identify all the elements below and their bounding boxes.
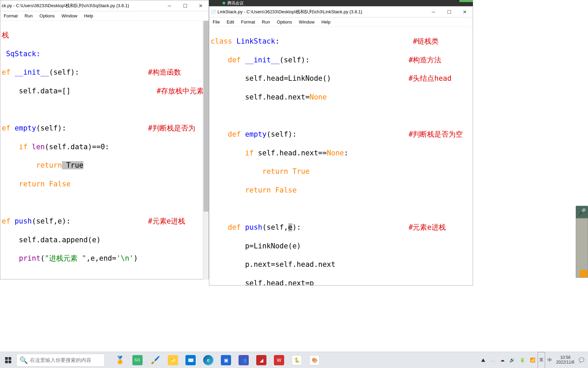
menu-edit[interactable]: Edit bbox=[223, 18, 238, 26]
idle-window-sqstack: ck.py - C:\Users\36233\Desktop\栈和队列\ch3\… bbox=[0, 0, 209, 279]
python-idle-icon[interactable]: 🐍 bbox=[289, 352, 305, 368]
scrollbar-vertical-left[interactable] bbox=[203, 21, 209, 280]
scrollbar-thumb[interactable] bbox=[203, 21, 209, 212]
medal-icon[interactable]: 🏅 bbox=[112, 352, 128, 368]
maximize-button[interactable]: ☐ bbox=[441, 6, 457, 17]
titlebar-right[interactable]: 📄 LinkStack.py - C:\Users\36233\Desktop\… bbox=[209, 6, 473, 17]
meeting-app-name: 腾讯会议 bbox=[227, 0, 244, 6]
menu-window[interactable]: Window bbox=[58, 12, 81, 20]
tray-chevron-up-icon[interactable] bbox=[479, 352, 488, 368]
taskbar-apps: 🏅 521 🖌️ 📁 ✉️ e ▣ 👥 ◢ W 🐍 🎨 bbox=[112, 352, 323, 368]
menu-file[interactable]: File bbox=[209, 18, 223, 26]
minimize-button[interactable]: ─ bbox=[426, 6, 441, 17]
explorer-icon[interactable]: 📁 bbox=[165, 352, 181, 368]
start-button[interactable] bbox=[0, 352, 16, 368]
cloud-icon[interactable]: ☁️ bbox=[488, 352, 498, 368]
search-icon: 🔍 bbox=[19, 356, 28, 364]
maximize-button[interactable]: ☐ bbox=[177, 0, 193, 11]
menu-help[interactable]: Help bbox=[318, 18, 334, 26]
window-title: LinkStack.py - C:\Users\36233\Desktop\栈和… bbox=[217, 9, 426, 15]
close-button[interactable]: ✕ bbox=[193, 0, 209, 11]
titlebar-left[interactable]: ck.py - C:\Users\36233\Desktop\栈和队列\ch3\… bbox=[0, 0, 209, 11]
taskbar-search[interactable]: 🔍 bbox=[16, 354, 105, 367]
avatar-icon bbox=[580, 270, 587, 277]
code-editor-left[interactable]: 栈 SqStack: ef __init__(self): #构造函数 self… bbox=[0, 21, 209, 279]
broom-icon[interactable]: 🖌️ bbox=[147, 352, 163, 368]
meeting-icon[interactable]: ▣ bbox=[218, 352, 234, 368]
taskbar: 🔍 🏅 521 🖌️ 📁 ✉️ e ▣ 👥 ◢ W 🐍 🎨 ☁️ ☁ 🔊 🔋 📶… bbox=[0, 352, 588, 368]
time-text: 10:58 bbox=[560, 355, 570, 360]
menu-run[interactable]: Run bbox=[21, 12, 36, 20]
ime-lang[interactable]: 英 bbox=[538, 352, 545, 368]
date-text: 2022/11/6 bbox=[556, 360, 574, 365]
meeting-overlay: 腾讯会议 bbox=[209, 0, 473, 6]
teams-icon[interactable]: 👥 bbox=[235, 352, 252, 368]
search-input[interactable] bbox=[30, 357, 102, 363]
menu-run[interactable]: Run bbox=[259, 18, 274, 26]
menu-format[interactable]: Format bbox=[0, 12, 21, 20]
menubar-right: File Edit Format Run Options Window Help bbox=[209, 17, 473, 27]
close-button[interactable]: ✕ bbox=[457, 6, 473, 17]
wifi-icon[interactable]: 📶 bbox=[527, 352, 538, 368]
app-red-icon[interactable]: ◢ bbox=[253, 352, 270, 368]
selection-e: e bbox=[288, 223, 293, 231]
calendar-521-icon[interactable]: 521 bbox=[129, 352, 146, 368]
menu-options[interactable]: Options bbox=[273, 18, 295, 26]
battery-icon[interactable]: 🔋 bbox=[517, 352, 527, 368]
idle-window-linkstack: 📄 LinkStack.py - C:\Users\36233\Desktop\… bbox=[209, 6, 473, 286]
onedrive-icon[interactable]: ☁ bbox=[498, 352, 507, 368]
menu-window[interactable]: Window bbox=[295, 18, 318, 26]
code-editor-right[interactable]: class LinkStack: #链栈类 def __init__(self)… bbox=[209, 27, 473, 285]
notifications-icon[interactable]: 💬 bbox=[576, 352, 587, 368]
wps-icon[interactable]: W bbox=[271, 352, 287, 368]
green-bar-icon bbox=[459, 0, 473, 2]
system-tray: ☁️ ☁ 🔊 🔋 📶 英 中 10:58 2022/11/6 💬 bbox=[479, 352, 588, 368]
windows-logo-icon bbox=[5, 357, 11, 363]
live-dot-icon bbox=[223, 2, 225, 4]
mic-icon[interactable]: 🎤 bbox=[576, 206, 588, 218]
selection-true: True bbox=[62, 161, 83, 169]
menu-help[interactable]: Help bbox=[81, 12, 97, 20]
edge-icon[interactable]: e bbox=[200, 352, 216, 368]
ime-mode[interactable]: 中 bbox=[545, 352, 554, 368]
window-title: ck.py - C:\Users\36233\Desktop\栈和队列\ch3\… bbox=[2, 3, 162, 9]
mail-icon[interactable]: ✉️ bbox=[182, 352, 199, 368]
paint-icon[interactable]: 🎨 bbox=[306, 352, 323, 368]
menubar-left: Format Run Options Window Help bbox=[0, 11, 209, 21]
menu-format[interactable]: Format bbox=[238, 18, 258, 26]
menu-options[interactable]: Options bbox=[36, 12, 58, 20]
volume-icon[interactable]: 🔊 bbox=[507, 352, 517, 368]
minimize-button[interactable]: ─ bbox=[162, 0, 177, 11]
camera-preview[interactable] bbox=[576, 218, 588, 278]
clock[interactable]: 10:58 2022/11/6 bbox=[554, 352, 576, 368]
